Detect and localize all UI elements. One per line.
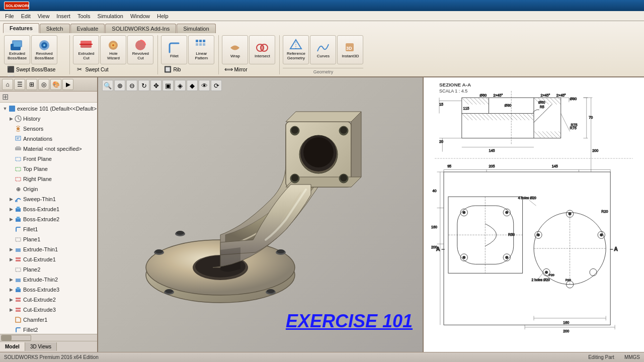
tree-fillet2[interactable]: Fillet2 bbox=[0, 325, 97, 334]
vp-zoom-fit[interactable]: 🔍 bbox=[102, 80, 113, 91]
svg-text:160: 160 bbox=[431, 225, 437, 229]
tree-history[interactable]: ▶ History bbox=[0, 114, 97, 124]
curves-button[interactable]: Curves bbox=[310, 35, 336, 64]
tree-extrude-thin1[interactable]: ▶ Extrude-Thin1 bbox=[0, 244, 97, 254]
tree-sweep-thin1[interactable]: ▶ Sweep-Thin1 bbox=[0, 194, 97, 204]
menu-view[interactable]: View bbox=[35, 12, 53, 20]
menu-edit[interactable]: Edit bbox=[18, 12, 34, 20]
mirror-button[interactable]: ⟺ Mirror bbox=[222, 65, 250, 74]
tree-cut-extrude1[interactable]: ▶ Cut-Extrude1 bbox=[0, 254, 97, 264]
tab-evaluate[interactable]: Evaluate bbox=[70, 24, 105, 33]
menu-file[interactable]: File bbox=[2, 12, 17, 20]
vp-rotate[interactable]: ↻ bbox=[138, 80, 149, 91]
svg-rect-16 bbox=[199, 40, 202, 42]
panel-tab-model[interactable]: Model bbox=[0, 342, 25, 351]
rib-button[interactable]: 🔲 Rib bbox=[161, 65, 183, 74]
menu-tools[interactable]: Tools bbox=[74, 12, 94, 20]
tab-features[interactable]: Features bbox=[3, 23, 39, 33]
material-label: Material <not specified> bbox=[23, 146, 82, 152]
lofted-cut-icon: ✂ bbox=[75, 75, 84, 76]
tree-top-plane[interactable]: Top Plane bbox=[0, 164, 97, 174]
tab-simulation[interactable]: Simulation bbox=[177, 24, 215, 33]
curves-icon bbox=[316, 41, 330, 54]
swept-boss-button[interactable]: ⬛ Swept Boss/Base bbox=[4, 65, 58, 74]
menu-help[interactable]: Help bbox=[154, 12, 172, 20]
scroll-thumb[interactable] bbox=[2, 335, 12, 340]
menu-window[interactable]: Window bbox=[127, 12, 153, 20]
panel-tool-home[interactable]: ⌂ bbox=[2, 79, 13, 90]
tree-boss-extrude1[interactable]: ▶ Boss-Extrude1 bbox=[0, 204, 97, 214]
lofted-boss-button[interactable]: ⬜ Lofted Boss/Base bbox=[4, 74, 58, 76]
history-label: History bbox=[23, 116, 40, 122]
vp-triad[interactable]: ⟳ bbox=[211, 80, 222, 91]
panel-tool-target[interactable]: ◎ bbox=[38, 79, 49, 90]
cut-extrude2-label: Cut-Extrude2 bbox=[23, 297, 56, 303]
instant3d-button[interactable]: 3D Instant3D bbox=[337, 35, 363, 64]
tree-plane1[interactable]: Plane1 bbox=[0, 234, 97, 244]
panel-scrollbar[interactable] bbox=[0, 334, 97, 341]
svg-rect-49 bbox=[16, 268, 21, 272]
linear-pattern-button[interactable]: LinearPattern bbox=[188, 35, 214, 64]
vp-render[interactable]: ◆ bbox=[187, 80, 198, 91]
chamfer1-label: Chamfer1 bbox=[23, 317, 47, 323]
vp-zoom-out[interactable]: ⊖ bbox=[126, 80, 137, 91]
draft-button[interactable]: ⬡ Draft bbox=[161, 74, 187, 76]
tab-addins[interactable]: SOLIDWORKS Add-Ins bbox=[105, 24, 176, 33]
lofted-cut-button[interactable]: ✂ Lofted Cut bbox=[73, 74, 111, 76]
right-plane-icon bbox=[14, 175, 22, 183]
intersect-button[interactable]: Intersect bbox=[249, 35, 275, 64]
scroll-track[interactable] bbox=[1, 335, 31, 341]
tree-boss-extrude2[interactable]: ▶ Boss-Extrude2 bbox=[0, 214, 97, 224]
tree-annotations[interactable]: Annotations bbox=[0, 134, 97, 144]
tree-fillet1[interactable]: Fillet1 bbox=[0, 224, 97, 234]
status-units: MMGS bbox=[624, 354, 640, 360]
plane2-expand-icon bbox=[8, 266, 14, 273]
extruded-boss-button[interactable]: ExtrudedBoss/Base bbox=[4, 35, 30, 64]
tree-cut-extrude3[interactable]: ▶ Cut-Extrude3 bbox=[0, 305, 97, 315]
wrap-button[interactable]: Wrap bbox=[222, 35, 248, 64]
panel-tool-list[interactable]: ☰ bbox=[14, 79, 25, 90]
root-label: exercise 101 (Default<<Default> bbox=[17, 106, 97, 112]
tree-sensors[interactable]: Sensors bbox=[0, 124, 97, 134]
reference-geometry-button[interactable]: ReferenceGeometry bbox=[283, 35, 309, 64]
sweep-thin1-icon bbox=[14, 195, 22, 203]
fillet-button[interactable]: Fillet bbox=[161, 35, 187, 64]
tree-cut-extrude2[interactable]: ▶ Cut-Extrude2 bbox=[0, 295, 97, 305]
right-plane-expand-icon bbox=[8, 176, 14, 182]
swept-cut-button[interactable]: ✂ Swept Cut bbox=[73, 65, 111, 74]
tree-plane2[interactable]: Plane2 bbox=[0, 264, 97, 275]
sensors-expand-icon bbox=[8, 126, 14, 132]
tree-front-plane[interactable]: Front Plane bbox=[0, 154, 97, 164]
tab-sketch[interactable]: Sketch bbox=[40, 24, 70, 33]
rib-icon: 🔲 bbox=[164, 65, 172, 73]
origin-label: Origin bbox=[23, 186, 38, 192]
tree-boss-extrude3[interactable]: ▶ Boss-Extrude3 bbox=[0, 285, 97, 295]
tree-material[interactable]: Material <not specified> bbox=[0, 144, 97, 154]
vp-display-style[interactable]: ◈ bbox=[175, 80, 186, 91]
vp-view[interactable]: 👁 bbox=[199, 80, 210, 91]
hole-wizard-button[interactable]: HoleWizard bbox=[100, 35, 126, 64]
vp-pan[interactable]: ✥ bbox=[150, 80, 162, 91]
tree-origin[interactable]: ⊕ Origin bbox=[0, 184, 97, 194]
panel-tool-color[interactable]: 🎨 bbox=[50, 79, 61, 90]
cut-extrude1-icon bbox=[14, 255, 22, 263]
svg-text:15: 15 bbox=[439, 103, 443, 107]
menu-insert[interactable]: Insert bbox=[53, 12, 73, 20]
tree-extrude-thin2[interactable]: ▶ Extrude-Thin2 bbox=[0, 275, 97, 285]
panel-tool-arrow[interactable]: ▶ bbox=[62, 79, 73, 90]
panel-tab-3dviews[interactable]: 3D Views bbox=[25, 342, 57, 351]
revolved-cut-button[interactable]: RevolvedCut bbox=[127, 35, 153, 64]
tree-chamfer1[interactable]: Chamfer1 bbox=[0, 315, 97, 325]
panel-tool-layout[interactable]: ⊞ bbox=[26, 79, 37, 90]
viewport[interactable]: 🔍 ⊕ ⊖ ↻ ✥ ▣ ◈ ◆ 👁 ⟳ bbox=[98, 77, 423, 352]
revolved-boss-button[interactable]: RevolvedBoss/Base bbox=[31, 35, 57, 64]
menu-simulation[interactable]: Simulation bbox=[95, 12, 126, 20]
ribbon-row-large-fillet: Fillet LinearPattern bbox=[161, 35, 214, 64]
extruded-cut-button[interactable]: ExtrudedCut bbox=[73, 35, 99, 64]
filter-icon[interactable]: ⊞ bbox=[2, 92, 9, 102]
vp-section[interactable]: ▣ bbox=[163, 80, 174, 91]
tree-right-plane[interactable]: Right Plane bbox=[0, 174, 97, 184]
tree-root[interactable]: ▼ exercise 101 (Default<<Default> bbox=[0, 104, 97, 114]
status-bar: SOLIDWORKS Premium 2016 x64 Edition Edit… bbox=[0, 352, 644, 362]
vp-zoom-in[interactable]: ⊕ bbox=[114, 80, 125, 91]
